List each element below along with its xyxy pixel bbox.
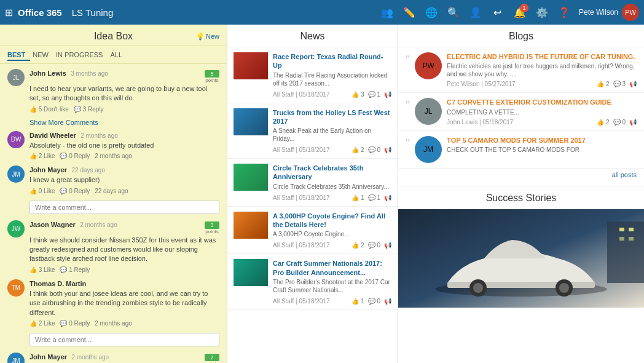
reply-action[interactable]: 💬 3 Reply: [74, 106, 104, 113]
comment-time: 2 months ago: [80, 221, 117, 228]
news-author: All Staff | 05/18/2017: [273, 298, 329, 305]
like-reaction[interactable]: 👍 2: [351, 146, 364, 153]
comment-actions: 👍 2 Like 💬 0 Reply 2 months ago: [29, 320, 219, 327]
people-icon[interactable]: 👥: [377, 2, 397, 22]
like-reaction[interactable]: 👍 2: [597, 81, 609, 87]
comment-reaction[interactable]: 💬 0: [368, 146, 380, 153]
share-reaction[interactable]: 📢: [384, 298, 391, 305]
avatar: JM: [7, 166, 25, 183]
comment-author: David Wheeler: [29, 132, 76, 139]
avatar: JM: [7, 353, 25, 363]
show-more-comments[interactable]: Show More Comments: [29, 119, 219, 126]
news-thumbnail: [234, 259, 268, 286]
comment-body: Jason Wagner 2 months ago 3 points I thi…: [29, 220, 219, 273]
comment-author: Thomas D. Martin: [29, 280, 86, 287]
help-icon[interactable]: ❓: [554, 2, 574, 22]
comment-header: Jason Wagner 2 months ago 3 points: [29, 220, 219, 234]
comment-time: 22 days ago: [71, 167, 105, 174]
reply-action[interactable]: 💬 0 Reply: [60, 320, 90, 327]
comment-header: David Wheeler 2 months ago: [29, 131, 219, 140]
like-reaction[interactable]: 👍 1: [351, 194, 364, 201]
user-icon[interactable]: 👤: [466, 2, 485, 22]
idea-box-title: Idea Box: [94, 31, 133, 42]
avatar: TM: [7, 279, 25, 297]
reply-action[interactable]: 💬 1 Reply: [60, 266, 90, 273]
news-title-link[interactable]: Circle Track Celebrates 35th Anniversary: [273, 164, 391, 182]
search-icon[interactable]: 🔍: [444, 2, 463, 22]
tab-best[interactable]: BEST: [7, 50, 30, 61]
all-posts-link[interactable]: all posts: [398, 169, 644, 181]
comment-reaction[interactable]: 💬 0: [613, 119, 626, 126]
share-reaction[interactable]: 📢: [384, 146, 391, 153]
back-icon[interactable]: ↩: [488, 2, 508, 22]
notifications-icon[interactable]: 🔔 1: [510, 2, 530, 22]
like-reaction[interactable]: 👍 3: [351, 91, 364, 98]
blog-title-link[interactable]: C7 CORVETTE EXTERIOR CUSTOMIZATION GUIDE: [447, 98, 637, 106]
comment-body: John Mayer 2 months ago 2 points: [29, 353, 219, 363]
comment-item: JW Jason Wagner 2 months ago 3 points I …: [7, 220, 219, 273]
news-meta: All Staff | 05/18/2017 👍 2 💬 0 📢: [273, 145, 391, 153]
blog-author-date: Pete Wilson | 05/27/2017: [447, 81, 516, 87]
news-title-link[interactable]: Car Craft Summer Nationals 2017: Pro Bui…: [273, 259, 391, 277]
like-reaction[interactable]: 👍 2: [351, 242, 364, 249]
comment-item: DW David Wheeler 2 months ago Absolutely…: [7, 131, 219, 159]
new-idea-label: New: [206, 33, 219, 40]
news-content: A 3,000HP Coyote Engine? Find All the De…: [273, 212, 391, 249]
like-action[interactable]: 👍 3 Like: [29, 266, 55, 273]
share-reaction[interactable]: 📢: [629, 119, 637, 126]
svg-rect-7: [607, 221, 644, 283]
grid-icon[interactable]: ⊞: [5, 7, 13, 18]
comment-item: JL John Lewis 3 months ago 5 points I ne…: [7, 69, 219, 113]
comment-reaction[interactable]: 💬 0: [368, 298, 380, 305]
share-reaction[interactable]: 📢: [384, 91, 391, 98]
tab-inprogress[interactable]: IN PROGRESS: [56, 50, 108, 61]
comment-time: 2 months ago: [71, 354, 109, 361]
blog-author-date: John Lewis | 05/18/2017: [447, 119, 513, 126]
share-reaction[interactable]: 📢: [629, 81, 637, 87]
news-meta: All Staff | 05/18/2017 👍 2 💬 0 📢: [273, 241, 391, 249]
like-reaction[interactable]: 👍 2: [597, 119, 609, 126]
blog-title-link[interactable]: ELECTRIC AND HYBRID IS THE FUTURE OF CAR…: [447, 52, 637, 61]
like-action[interactable]: 👍 0 Like: [29, 188, 55, 194]
comment-reaction[interactable]: 💬 3: [613, 81, 626, 87]
news-meta: All Staff | 05/18/2017 👍 1 💬 1 📢: [273, 193, 391, 201]
like-action[interactable]: 👍 2 Like: [29, 320, 55, 327]
comment-reaction[interactable]: 💬 0: [368, 242, 380, 249]
news-thumbnail: [234, 108, 268, 135]
like-action[interactable]: 👍 2 Like: [29, 153, 55, 159]
reply-action[interactable]: 💬 0 Reply: [60, 153, 90, 159]
top-nav: ⊞ Office 365 LS Tuning 👥 ✏️ 🌐 🔍 👤 ↩ 🔔 1 …: [0, 0, 644, 25]
blog-item: " JM TOP 5 CAMARO MODS FOR SUMMER 2017 C…: [398, 131, 644, 169]
comment-reaction[interactable]: 💬 1: [368, 194, 380, 201]
news-title-link[interactable]: A 3,000HP Coyote Engine? Find All the De…: [273, 212, 391, 229]
nav-icons: 👥 ✏️ 🌐 🔍 👤 ↩ 🔔 1 ⚙️ ❓ Pete Wilson PW: [377, 2, 639, 22]
comment-item: TM Thomas D. Martin I think both your an…: [7, 279, 219, 327]
user-profile[interactable]: Pete Wilson PW: [579, 4, 639, 21]
news-item: A 3,000HP Coyote Engine? Find All the De…: [227, 207, 398, 255]
user-name-label: Pete Wilson: [579, 8, 618, 17]
success-title: Success Stories: [398, 186, 644, 209]
comment-actions: 👍 2 Like 💬 0 Reply 2 months ago: [29, 153, 219, 159]
comment-text: I think both your and josee ideas are co…: [29, 289, 219, 317]
news-title-link[interactable]: Race Report: Texas Radial Round-Up: [273, 52, 391, 70]
news-title-link[interactable]: Trucks from the Holley LS Fest West 2017: [273, 108, 391, 126]
write-comment-input-2[interactable]: [29, 333, 219, 346]
comment-time: 2 months ago: [80, 132, 118, 139]
tab-all[interactable]: ALL: [110, 50, 127, 61]
write-comment-input[interactable]: [29, 201, 219, 214]
share-reaction[interactable]: 📢: [384, 242, 391, 249]
blog-title-link[interactable]: TOP 5 CAMARO MODS FOR SUMMER 2017: [447, 136, 637, 145]
globe-icon[interactable]: 🌐: [422, 2, 441, 22]
settings-icon[interactable]: ⚙️: [532, 2, 552, 22]
tab-new[interactable]: NEW: [33, 50, 53, 61]
share-reaction[interactable]: 📢: [384, 194, 391, 201]
comment-reaction[interactable]: 💬 1: [368, 91, 380, 98]
new-idea-button[interactable]: 💡 New: [196, 33, 219, 41]
like-reaction[interactable]: 👍 1: [351, 298, 364, 305]
comment-body: John Lewis 3 months ago 5 points I need …: [29, 69, 219, 113]
svg-rect-9: [629, 228, 634, 231]
edit-icon[interactable]: ✏️: [399, 2, 419, 22]
reply-action[interactable]: 💬 0 Reply: [60, 188, 90, 194]
blog-content: C7 CORVETTE EXTERIOR CUSTOMIZATION GUIDE…: [447, 98, 637, 125]
like-action[interactable]: 👍 5 Don't like: [29, 106, 69, 113]
